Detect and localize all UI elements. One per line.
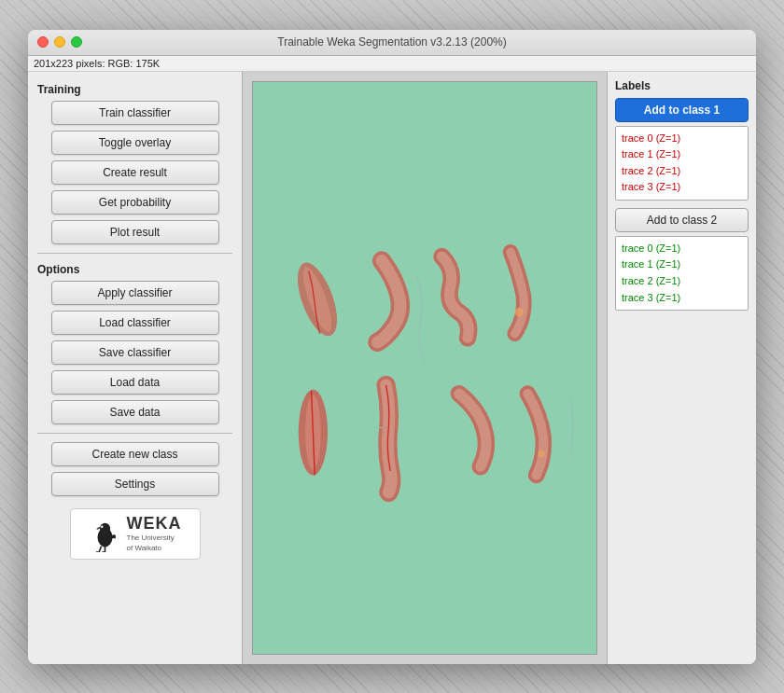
application-window: Trainable Weka Segmentation v3.2.13 (200… — [28, 30, 756, 664]
divider-1 — [37, 253, 232, 254]
weka-sub2: of Waikato — [127, 544, 182, 553]
labels-title: Labels — [615, 79, 749, 92]
save-data-button[interactable]: Save data — [51, 400, 219, 424]
class1-trace-0: trace 0 (Z=1) — [622, 131, 742, 147]
get-probability-button[interactable]: Get probability — [51, 190, 219, 215]
svg-point-12 — [538, 450, 544, 456]
weka-logo: WEKA The University of Waikato — [70, 508, 201, 560]
canvas-area[interactable] — [243, 72, 607, 664]
apply-classifier-button[interactable]: Apply classifier — [51, 281, 219, 305]
window-title: Trainable Weka Segmentation v3.2.13 (200… — [277, 35, 506, 49]
traffic-lights — [37, 36, 82, 48]
image-canvas — [252, 81, 597, 655]
settings-button[interactable]: Settings — [51, 472, 219, 496]
minimize-button[interactable] — [54, 36, 65, 48]
worm-image — [253, 82, 596, 654]
weka-name: WEKA — [127, 514, 182, 534]
toggle-overlay-button[interactable]: Toggle overlay — [51, 131, 219, 155]
left-panel: Training Train classifier Toggle overlay… — [28, 72, 243, 664]
load-data-button[interactable]: Load data — [51, 370, 219, 395]
create-result-button[interactable]: Create result — [51, 160, 219, 185]
main-content: Training Train classifier Toggle overlay… — [28, 72, 756, 664]
class2-traces-box: trace 0 (Z=1) trace 1 (Z=1) trace 2 (Z=1… — [615, 236, 749, 311]
class2-trace-3: trace 3 (Z=1) — [622, 290, 742, 307]
add-to-class2-button[interactable]: Add to class 2 — [615, 208, 749, 232]
close-button[interactable] — [37, 36, 49, 48]
svg-point-6 — [101, 526, 103, 528]
load-classifier-button[interactable]: Load classifier — [51, 311, 219, 335]
weka-sub1: The University — [127, 534, 182, 543]
status-text: 201x223 pixels: RGB: 175K — [34, 58, 160, 69]
svg-point-9 — [515, 308, 524, 316]
class2-trace-0: trace 0 (Z=1) — [622, 241, 742, 257]
class1-trace-1: trace 1 (Z=1) — [622, 146, 742, 163]
svg-line-2 — [99, 547, 101, 552]
weka-text: WEKA The University of Waikato — [127, 514, 182, 553]
class2-trace-2: trace 2 (Z=1) — [622, 273, 742, 290]
add-to-class1-button[interactable]: Add to class 1 — [615, 98, 749, 122]
train-classifier-button[interactable]: Train classifier — [51, 101, 219, 125]
maximize-button[interactable] — [71, 36, 82, 48]
class1-trace-3: trace 3 (Z=1) — [622, 179, 742, 196]
status-bar: 201x223 pixels: RGB: 175K — [28, 56, 756, 72]
class2-trace-1: trace 1 (Z=1) — [622, 256, 742, 273]
class1-traces-box: trace 0 (Z=1) trace 1 (Z=1) trace 2 (Z=1… — [615, 126, 749, 201]
options-section-label: Options — [28, 259, 242, 278]
plot-result-button[interactable]: Plot result — [51, 220, 219, 244]
right-panel: Labels Add to class 1 trace 0 (Z=1) trac… — [607, 72, 756, 664]
save-classifier-button[interactable]: Save classifier — [51, 340, 219, 365]
create-new-class-button[interactable]: Create new class — [51, 442, 219, 466]
titlebar: Trainable Weka Segmentation v3.2.13 (200… — [28, 30, 756, 56]
training-section-label: Training — [28, 79, 242, 98]
class1-trace-2: trace 2 (Z=1) — [622, 163, 742, 180]
divider-2 — [37, 433, 232, 434]
weka-bird-icon — [89, 515, 121, 552]
